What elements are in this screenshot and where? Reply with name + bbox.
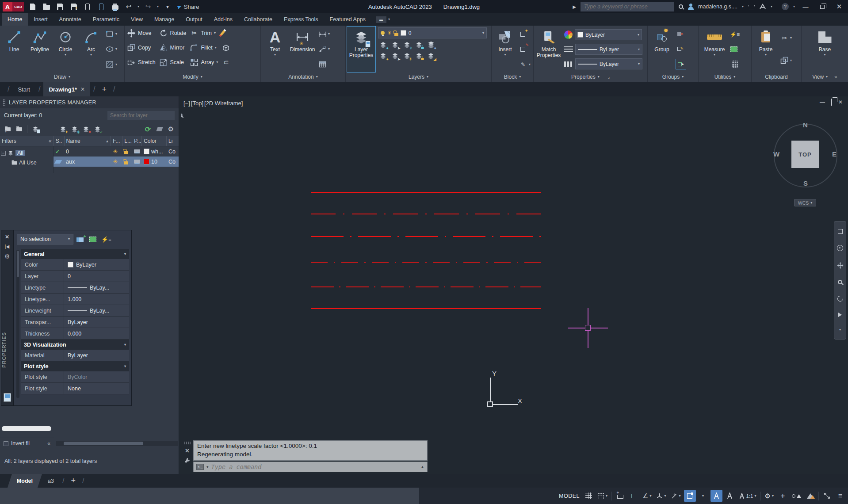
ellipse-button[interactable]: ▾ [105, 45, 117, 53]
tab-parametric[interactable]: Parametric [87, 13, 125, 26]
properties-settings-icon[interactable]: ⚙ [4, 253, 10, 260]
lpm-grip[interactable] [3, 99, 5, 106]
app-menu-button[interactable]: ACAD [3, 2, 24, 11]
linetype-dropdown[interactable]: ByLayer▾ [575, 58, 642, 69]
hatch-button[interactable]: ▾ [105, 60, 117, 69]
isolate-objects-button[interactable] [790, 490, 803, 502]
scale-button[interactable]: Scale [159, 58, 187, 67]
ungroup-button[interactable]: ✕ [676, 30, 686, 38]
grid-display-button[interactable] [583, 490, 595, 502]
linetype-icon[interactable] [564, 61, 573, 67]
save-button[interactable] [55, 2, 65, 11]
tab-a3[interactable]: a3 [42, 474, 59, 488]
viewcube-south[interactable]: S [803, 179, 808, 187]
freeze-icon[interactable]: ☀ [111, 149, 122, 154]
customize-command-icon[interactable] [184, 457, 191, 464]
filters-scrollbar[interactable] [2, 426, 51, 431]
drawing-canvas[interactable]: [−] [Top] [2D Wireframe] — ✕ N W E S TOP… [179, 96, 848, 474]
snap-mode-button[interactable]: ▾ [596, 490, 609, 502]
nav-wheel-toggle-icon[interactable] [838, 229, 843, 234]
layer-lock-button[interactable] [414, 40, 424, 50]
annotation-scale-button[interactable]: 1:1▾ [737, 490, 758, 502]
layer-list-scrollbar-track[interactable] [56, 441, 178, 446]
layer-linetype[interactable]: Co [167, 159, 179, 165]
property-row-linetype[interactable]: LinetypeByLay... [21, 282, 129, 294]
tab-annotate[interactable]: Annotate [53, 13, 87, 26]
quick-select-button[interactable]: ⚡≡ [730, 30, 739, 39]
section-plot-style[interactable]: Plot style▾ [21, 361, 129, 371]
tab-home[interactable]: Home [2, 13, 28, 26]
customization-button[interactable]: ≡ [834, 490, 846, 502]
property-row-color[interactable]: ColorByLayer [21, 259, 129, 271]
tab-featured-apps[interactable]: Featured Apps [324, 13, 371, 26]
freeze-icon[interactable]: ☀ [111, 159, 122, 164]
layer-states-button[interactable] [30, 124, 40, 134]
lineweight-dropdown[interactable]: ByLayer▾ [575, 44, 642, 55]
undo-dropdown[interactable]: ▾ [138, 5, 139, 8]
tab-view[interactable]: View [125, 13, 149, 26]
layer-settings-button[interactable]: ⚙ [166, 124, 176, 134]
properties-panel-launcher[interactable]: ⌟ [608, 75, 610, 79]
polyline-button[interactable]: Polyline [27, 27, 53, 72]
isometric-drafting-button[interactable]: ▾ [654, 490, 668, 502]
object-snap-button[interactable] [684, 490, 696, 502]
column-lock[interactable]: L... [122, 136, 132, 146]
zoom-icon[interactable] [838, 280, 842, 284]
close-tab-icon[interactable]: ✕ [80, 86, 85, 92]
group-selection-toggle[interactable]: ➤ [676, 59, 686, 69]
show-motion-icon[interactable] [838, 313, 842, 317]
open-from-web-button[interactable] [83, 2, 92, 11]
viewcube-north[interactable]: N [803, 121, 808, 129]
property-row-plot-style[interactable]: Plot styleByColor [21, 371, 129, 383]
linear-dimension-button[interactable]: ▾ [318, 30, 330, 38]
stretch-button[interactable]: Stretch [127, 58, 156, 67]
pan-icon[interactable] [837, 262, 844, 269]
collapse-filters-icon[interactable]: « [49, 138, 52, 144]
ribbon-minimize-dropdown[interactable]: ▾ [388, 18, 390, 21]
lpm-title-bar[interactable]: LAYER PROPERTIES MANAGER [0, 96, 179, 108]
lineweight-icon[interactable] [564, 46, 573, 53]
create-block-button[interactable]: ✦ [519, 30, 531, 38]
properties-bottom-icon[interactable] [4, 393, 11, 402]
view-panel-expander[interactable]: » [834, 74, 837, 80]
arc-button[interactable]: Arc▾ [78, 27, 104, 72]
ortho-mode-button[interactable]: ∟ [627, 490, 639, 502]
command-input-row[interactable]: ≻_ ▾ ▲ [193, 462, 428, 472]
panel-label-draw[interactable]: Draw▾ [0, 72, 124, 82]
match-properties-button[interactable]: Match Properties [535, 27, 562, 72]
property-row-layer[interactable]: Layer0 [21, 271, 129, 282]
new-layer-button[interactable]: ✦ [58, 124, 68, 134]
viewport-view-control[interactable]: [Top] [191, 100, 203, 107]
selection-dropdown[interactable]: No selection▾ [17, 234, 73, 244]
base-button[interactable]: Base▾ [812, 27, 838, 72]
minimize-button[interactable]: — [799, 1, 812, 12]
leader-button[interactable]: ▾ [318, 45, 330, 53]
refresh-button[interactable]: ⟳ [143, 124, 153, 134]
rotate-button[interactable]: Rotate [159, 29, 187, 38]
new-drawing-tab-button[interactable]: + [98, 82, 110, 96]
object-color-dropdown[interactable]: ByLayer▾ [575, 29, 642, 40]
qat-customize-button[interactable]: ▼̄ [163, 2, 172, 11]
help-dropdown[interactable]: ▾ [793, 5, 795, 8]
dynamic-input-button[interactable] [614, 490, 626, 502]
layer-previous-button[interactable]: ➤ [390, 51, 400, 61]
open-file-button[interactable] [42, 2, 51, 11]
new-layout-button[interactable]: + [67, 474, 79, 488]
edit-block-button[interactable]: ✎ [519, 45, 531, 53]
new-layer-vp-freeze-button[interactable]: ❋ [69, 124, 80, 134]
quick-select-properties-button[interactable]: ⚡≡ [101, 236, 111, 243]
annotation-monitor-button[interactable]: + [777, 490, 789, 502]
array-button[interactable]: Array▾ [190, 58, 218, 67]
layer-properties-button[interactable]: Layer Properties [347, 27, 375, 72]
search-icon[interactable] [679, 4, 683, 9]
lasso-button[interactable]: ⊂ [222, 58, 233, 67]
panel-label-properties[interactable]: Properties▾⌟ [534, 72, 647, 82]
layer-row-aux[interactable]: aux ☀ 10 Co [53, 157, 179, 167]
viewcube-east[interactable]: E [832, 150, 837, 158]
layer-filter-button[interactable]: ▼ [3, 124, 13, 134]
toggle-pickadd-button[interactable]: + [76, 236, 84, 243]
ribbon-minimize-button[interactable]: ▬ [376, 16, 386, 23]
layer-thaw-button[interactable]: ☀ [402, 51, 412, 61]
polar-tracking-button[interactable]: ∠▾ [641, 490, 653, 502]
fillet-button[interactable]: Fillet▾ [190, 43, 218, 52]
